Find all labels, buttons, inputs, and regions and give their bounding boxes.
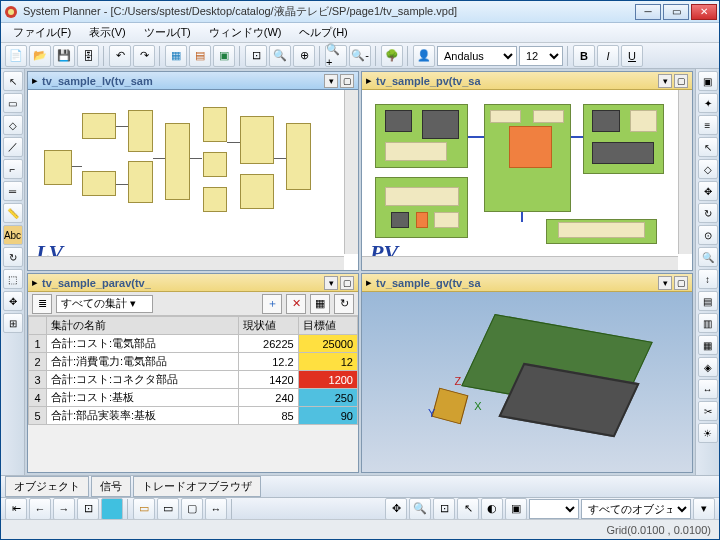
shape-icon[interactable]: ◇ xyxy=(3,115,23,135)
save-icon[interactable]: 💾 xyxy=(53,45,75,67)
nav-right-icon[interactable]: → xyxy=(53,498,75,520)
move-icon[interactable]: ✥ xyxy=(3,291,23,311)
menu-window[interactable]: ウィンドウ(W) xyxy=(201,23,290,42)
nav-prev-icon[interactable]: ← xyxy=(29,498,51,520)
rect3-icon[interactable]: ▢ xyxy=(181,498,203,520)
panel-max-icon[interactable]: ▢ xyxy=(674,74,688,88)
italic-icon[interactable]: I xyxy=(597,45,619,67)
cube-icon[interactable]: ▣ xyxy=(698,71,718,91)
wire-icon[interactable]: ⌐ xyxy=(3,159,23,179)
zoom-area-icon[interactable]: 🔍 xyxy=(269,45,291,67)
menu-view[interactable]: 表示(V) xyxy=(81,23,134,42)
nav-first-icon[interactable]: ⇤ xyxy=(5,498,27,520)
redo-icon[interactable]: ↷ xyxy=(133,45,155,67)
pointer-icon[interactable]: ↖ xyxy=(3,71,23,91)
section-icon[interactable]: ✂ xyxy=(698,401,718,421)
bus-icon[interactable]: ═ xyxy=(3,181,23,201)
panel-max-icon[interactable]: ▢ xyxy=(340,74,354,88)
menu-file[interactable]: ファイル(F) xyxy=(5,23,79,42)
pv-panel-title[interactable]: ▸ tv_sample_pv(tv_sa ▾ ▢ xyxy=(362,72,692,90)
snap-icon[interactable]: ⊡ xyxy=(77,498,99,520)
table-row[interactable]: 4合計:コスト:基板240250 xyxy=(29,389,358,407)
param-panel-title[interactable]: ▸ tv_sample_parav(tv_ ▾ ▢ xyxy=(28,274,358,292)
walk-icon[interactable]: ↕ xyxy=(698,269,718,289)
tab-object[interactable]: オブジェクト xyxy=(5,476,89,497)
explode-icon[interactable]: ✦ xyxy=(698,93,718,113)
layers-icon[interactable]: ▤ xyxy=(189,45,211,67)
props-icon[interactable]: ▦ xyxy=(310,294,330,314)
bold-icon[interactable]: B xyxy=(573,45,595,67)
panel-dropdown-icon[interactable]: ▾ xyxy=(658,276,672,290)
rotate-icon[interactable]: ↻ xyxy=(3,247,23,267)
measure-icon[interactable]: ↔ xyxy=(698,379,718,399)
pan-icon[interactable]: ✥ xyxy=(698,181,718,201)
cursor-icon[interactable]: ↖ xyxy=(698,137,718,157)
table-row[interactable]: 3合計:コスト:コネクタ部品14201200 xyxy=(29,371,358,389)
color-icon[interactable] xyxy=(101,498,123,520)
col-name[interactable]: 集計の名前 xyxy=(47,317,239,335)
zoom2-icon[interactable]: 🔍 xyxy=(698,247,718,267)
zoom-fit-icon[interactable]: ⊡ xyxy=(245,45,267,67)
marquee-icon[interactable]: ⬚ xyxy=(3,269,23,289)
table-row[interactable]: 5合計:部品実装率:基板8590 xyxy=(29,407,358,425)
minimize-button[interactable]: ─ xyxy=(635,4,661,20)
toggle-icon[interactable]: ◐ xyxy=(481,498,503,520)
render-icon[interactable]: ▣ xyxy=(505,498,527,520)
view-top-icon[interactable]: ▤ xyxy=(698,291,718,311)
panel-max-icon[interactable]: ▢ xyxy=(674,276,688,290)
line-icon[interactable]: ／ xyxy=(3,137,23,157)
layers2-icon[interactable]: ≡ xyxy=(698,115,718,135)
add-icon[interactable]: ＋ xyxy=(262,294,282,314)
user-icon[interactable]: 👤 xyxy=(413,45,435,67)
rect2-icon[interactable]: ▭ xyxy=(157,498,179,520)
group-icon[interactable]: ⊞ xyxy=(3,313,23,333)
open-icon[interactable]: 📂 xyxy=(29,45,51,67)
zoom-out-icon[interactable]: 🔍- xyxy=(349,45,371,67)
font-size-select[interactable]: 12 xyxy=(519,46,563,66)
table-row[interactable]: 1合計:コスト:電気部品2622525000 xyxy=(29,335,358,353)
fit-icon[interactable]: ⊡ xyxy=(433,498,455,520)
gv-canvas[interactable]: Z X Y xyxy=(362,292,692,472)
panel-dropdown-icon[interactable]: ▾ xyxy=(658,74,672,88)
col-target[interactable]: 目標値 xyxy=(298,317,357,335)
extra-icon[interactable]: ▾ xyxy=(693,498,715,520)
panel-dropdown-icon[interactable]: ▾ xyxy=(324,276,338,290)
scrollbar-h[interactable] xyxy=(362,256,678,270)
font-name-select[interactable]: Andalus xyxy=(437,46,517,66)
tab-tradeoff[interactable]: トレードオフブラウザ xyxy=(133,476,261,497)
grid-icon[interactable]: ▦ xyxy=(165,45,187,67)
gv-panel-title[interactable]: ▸ tv_sample_gv(tv_sa ▾ ▢ xyxy=(362,274,692,292)
list-icon[interactable]: ≣ xyxy=(32,294,52,314)
shape2-icon[interactable]: ◇ xyxy=(698,159,718,179)
maximize-button[interactable]: ▭ xyxy=(663,4,689,20)
view-side-icon[interactable]: ▦ xyxy=(698,335,718,355)
col-current[interactable]: 現状値 xyxy=(239,317,298,335)
select-icon[interactable]: ▭ xyxy=(3,93,23,113)
scrollbar-v[interactable] xyxy=(344,90,358,254)
save-all-icon[interactable]: 🗄 xyxy=(77,45,99,67)
menu-tool[interactable]: ツール(T) xyxy=(136,23,199,42)
zoom3-icon[interactable]: 🔍 xyxy=(409,498,431,520)
target-icon[interactable]: ⊕ xyxy=(293,45,315,67)
menu-help[interactable]: ヘルプ(H) xyxy=(291,23,355,42)
delete-icon[interactable]: ✕ xyxy=(286,294,306,314)
tag-icon[interactable]: Abc xyxy=(3,225,23,245)
refresh-icon[interactable]: ↻ xyxy=(334,294,354,314)
new-icon[interactable]: 📄 xyxy=(5,45,27,67)
pan2-icon[interactable]: ✥ xyxy=(385,498,407,520)
scale-select[interactable] xyxy=(529,499,579,519)
view-front-icon[interactable]: ▥ xyxy=(698,313,718,333)
rotate3d-icon[interactable]: ↻ xyxy=(698,203,718,223)
ruler-icon[interactable]: 📏 xyxy=(3,203,23,223)
pick-icon[interactable]: ↖ xyxy=(457,498,479,520)
orbit-icon[interactable]: ⊙ xyxy=(698,225,718,245)
light-icon[interactable]: ☀ xyxy=(698,423,718,443)
object-filter-select[interactable]: すべてのオブジェクト xyxy=(581,499,691,519)
panel-max-icon[interactable]: ▢ xyxy=(340,276,354,290)
gv-orientation-cube[interactable] xyxy=(431,388,468,425)
tab-signal[interactable]: 信号 xyxy=(91,476,131,497)
panel-dropdown-icon[interactable]: ▾ xyxy=(324,74,338,88)
scrollbar-h[interactable] xyxy=(28,256,344,270)
lv-canvas[interactable]: LV xyxy=(28,90,358,270)
dim-icon[interactable]: ↔ xyxy=(205,498,227,520)
